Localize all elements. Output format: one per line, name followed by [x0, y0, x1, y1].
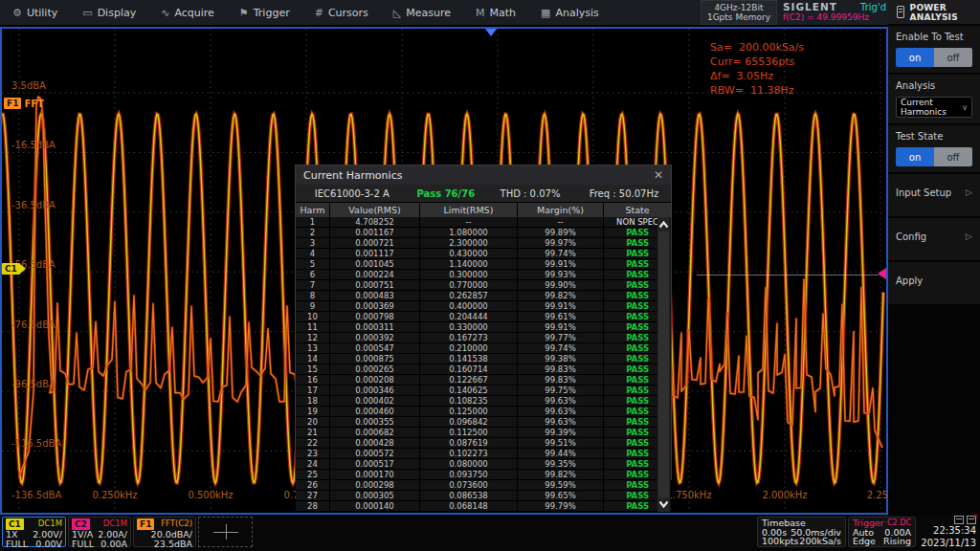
table-cell: 99.59% — [517, 480, 603, 490]
f1-trace-marker[interactable]: F1 FFT — [4, 98, 44, 109]
acquisition-info[interactable]: 4GHz-12Bit 1Gpts Memory — [701, 0, 777, 25]
table-cell: 0.000402 — [329, 396, 419, 406]
y-axis-label: 3.5dBA — [11, 80, 46, 91]
table-cell: 0.001045 — [329, 259, 419, 269]
harmonics-table: 14.708252----NON SPEC20.0011671.08000099… — [296, 217, 671, 512]
table-cell: 16 — [296, 375, 329, 385]
menu-item-label: Acquire — [174, 7, 213, 19]
f1-offset: 23.5dBA — [154, 540, 192, 549]
enable-on-button[interactable]: on — [896, 48, 934, 67]
brand-logo: SIGLENT — [783, 2, 837, 12]
table-cell: 21 — [296, 428, 329, 437]
table-row: 140.0008750.14153899.38%PASS — [296, 354, 671, 364]
menu-item-acquire[interactable]: ∿Acquire — [148, 0, 227, 25]
c1-badge: C1 — [2, 263, 20, 275]
menu-item-measure[interactable]: ◺Measure — [381, 0, 463, 25]
table-cell: 19 — [296, 407, 329, 416]
table-cell: 0.108235 — [419, 396, 517, 406]
trigger-level-line — [697, 275, 879, 276]
menu-item-display[interactable]: ▭Display — [70, 0, 148, 25]
table-cell: 0.122667 — [419, 375, 517, 385]
analysis-dropdown[interactable]: Current Harmonics ∨ — [896, 97, 972, 118]
scrollbar-thumb[interactable] — [658, 231, 669, 497]
add-trace-button[interactable] — [198, 517, 253, 547]
table-cell: 0.000224 — [329, 270, 419, 279]
scroll-down-icon[interactable] — [657, 497, 670, 511]
table-row: 260.0002980.07360099.59%PASS — [296, 480, 671, 491]
trigger-position-marker-icon[interactable] — [485, 29, 497, 36]
close-icon[interactable]: ✕ — [654, 169, 663, 181]
clock-date: 2023/11/13 — [921, 538, 976, 548]
trigger-level-marker-icon[interactable] — [878, 268, 886, 279]
trigger-box[interactable]: Trigger C2 DC Auto 0.00A Edge Rising — [848, 517, 916, 547]
apply-button[interactable]: Apply — [896, 268, 972, 293]
table-cell: 0.204444 — [419, 312, 517, 321]
table-row: 14.708252----NON SPEC — [296, 217, 671, 228]
y-axis-label: -36.5dBA — [11, 200, 56, 210]
trigger-status: Trig'd — [860, 2, 886, 12]
y-axis-label: -136.5dBA — [11, 490, 61, 500]
enable-off-button[interactable]: off — [934, 48, 972, 67]
table-cell: 4.708252 — [329, 217, 419, 227]
analysis-icon: ▦ — [541, 7, 550, 19]
scroll-up-icon[interactable] — [657, 218, 670, 231]
current-harmonics-dialog: Current Harmonics ✕ IEC61000-3-2 A Pass … — [295, 165, 672, 480]
c1-trace-marker[interactable]: C1 — [2, 263, 26, 275]
table-cell: 99.89% — [517, 228, 603, 237]
channel-c1-box[interactable]: C1 DC1M 1X 2.00V/ FULL 0.00V — [2, 517, 66, 547]
menu-item-cursors[interactable]: #Cursors — [302, 0, 381, 25]
freq-value: Freq : 50.07Hz — [577, 188, 671, 199]
table-cell: 99.91% — [517, 322, 603, 332]
menu-item-label: Trigger — [254, 7, 290, 19]
table-cell: 1.080000 — [419, 228, 517, 237]
table-cell: 99.74% — [517, 343, 603, 353]
menu-item-utility[interactable]: ⚙Utility — [0, 0, 70, 25]
apply-label: Apply — [896, 276, 923, 286]
table-cell: 0.000547 — [329, 343, 419, 353]
display-icon: ▭ — [82, 7, 92, 19]
table-cell: 0.330000 — [419, 322, 517, 332]
menu-item-analysis[interactable]: ▦Analysis — [528, 0, 612, 25]
c1-offset: 0.00V — [35, 540, 62, 549]
submenu-arrow-icon: ▷ — [966, 231, 972, 241]
test-state-toggle: on off — [896, 147, 972, 166]
datetime-box[interactable]: 22:35:34 2023/11/13 — [918, 516, 978, 548]
table-cell: 99.35% — [517, 459, 603, 469]
y-axis-label: -16.5dBA — [11, 140, 56, 150]
test-state-off-button[interactable]: off — [934, 147, 972, 166]
config-label: Config — [896, 231, 926, 242]
table-row: 100.0007980.20444499.61%PASS — [296, 312, 671, 322]
table-cell: 0.160714 — [419, 364, 517, 374]
input-setup-button[interactable]: Input Setup ▷ — [896, 180, 972, 205]
table-cell: 13 — [296, 343, 329, 353]
panel-title: POWER ANALYSIS — [910, 3, 980, 22]
table-row: 200.0003550.09684299.63%PASS — [296, 417, 671, 428]
f1-fft-label: FFT — [24, 99, 43, 109]
table-row: 240.0005170.08000099.35%PASS — [296, 459, 671, 470]
table-row: 130.0005470.21000099.74%PASS — [296, 343, 671, 354]
table-cell: 26 — [296, 480, 329, 490]
menu-item-math[interactable]: MMath — [463, 0, 528, 25]
table-cell: 0.000721 — [329, 238, 419, 248]
table-cell: 99.83% — [517, 364, 603, 374]
table-row: 160.0002080.12266799.83%PASS — [296, 375, 671, 386]
x-axis-label: 0.250kHz — [92, 490, 137, 500]
c2-offset: 0.00A — [100, 540, 127, 549]
table-cell: 99.97% — [517, 238, 603, 248]
table-cell: 0.000572 — [329, 449, 419, 458]
menu-item-label: Cursors — [328, 7, 368, 19]
menu-item-trigger[interactable]: ⚑Trigger — [227, 0, 302, 25]
table-cell: 2 — [296, 228, 329, 237]
table-cell: 0.000392 — [329, 333, 419, 342]
timebase-box[interactable]: Timebase 0.00s 50.0ms/div 100kpts 200kSa… — [757, 517, 846, 547]
menu-item-label: Measure — [406, 7, 451, 19]
config-button[interactable]: Config ▷ — [896, 224, 972, 249]
math-f1-box[interactable]: F1 FFT(C2) 20.0dBA/ 23.5dBA — [133, 517, 196, 547]
table-cell: 99.44% — [517, 449, 603, 458]
table-scrollbar[interactable] — [657, 217, 670, 512]
channel-c2-box[interactable]: C2 DC1M 1V/A 2.00A/ FULL 0.00A — [68, 517, 131, 547]
dialog-title-bar[interactable]: Current Harmonics ✕ — [296, 165, 671, 185]
test-state-on-button[interactable]: on — [896, 147, 934, 166]
power-analysis-panel: POWER ANALYSIS Enable To Test on off Ana… — [888, 0, 980, 515]
table-cell: 0.112500 — [419, 428, 517, 437]
